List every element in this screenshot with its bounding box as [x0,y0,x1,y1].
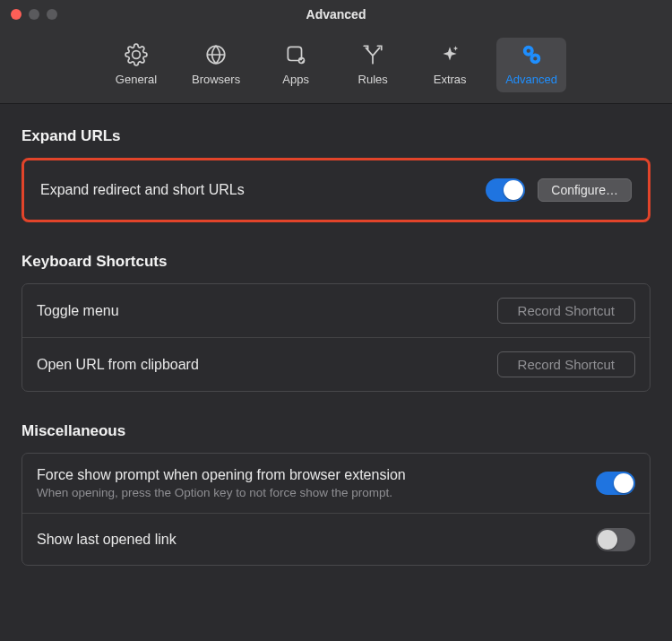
row-label: Expand redirect and short URLs [40,182,245,198]
toggle-force-show-prompt[interactable] [596,472,635,495]
minimize-window-button[interactable] [29,9,39,20]
tab-browsers[interactable]: Browsers [183,38,249,92]
row-force-show-prompt: Force show prompt when opening from brow… [22,454,650,513]
toggle-show-last-opened[interactable] [596,528,635,551]
tab-advanced[interactable]: Advanced [496,38,566,92]
row-open-url-clipboard: Open URL from clipboard Record Shortcut [22,337,650,391]
tab-label: General [116,73,157,86]
configure-button[interactable]: Configure… [538,178,632,202]
row-show-last-opened: Show last opened link [22,513,650,565]
row-label: Show last opened link [37,532,177,548]
toolbar-tabs: General Browsers Apps Rules Extras [0,29,672,104]
sparkle-icon [437,42,462,67]
tab-label: Advanced [505,73,557,86]
maximize-window-button[interactable] [47,9,57,20]
section-title-shortcuts: Keyboard Shortcuts [22,253,650,271]
row-sublabel: When opening, press the Option key to no… [37,486,406,499]
double-gear-icon [519,42,544,67]
tab-apps[interactable]: Apps [265,38,326,92]
close-window-button[interactable] [11,9,22,20]
gear-icon [124,42,149,67]
split-icon [360,42,385,67]
record-shortcut-button[interactable]: Record Shortcut [497,298,635,324]
panel-misc: Force show prompt when opening from brow… [22,453,650,566]
panel-shortcuts: Toggle menu Record Shortcut Open URL fro… [22,283,650,392]
titlebar: Advanced [0,0,672,29]
row-label: Toggle menu [37,303,119,319]
section-title-expand-urls: Expand URLs [22,127,650,145]
tab-extras[interactable]: Extras [419,38,480,92]
row-label: Open URL from clipboard [37,357,199,373]
record-shortcut-button[interactable]: Record Shortcut [497,351,635,377]
content-area: Expand URLs Expand redirect and short UR… [0,104,672,566]
highlight-expand-urls: Expand redirect and short URLs Configure… [22,158,650,222]
row-toggle-menu: Toggle menu Record Shortcut [22,284,650,337]
tab-general[interactable]: General [106,38,167,92]
tab-label: Apps [282,73,309,86]
toggle-expand-redirect[interactable] [486,178,525,202]
section-title-misc: Miscellaneous [22,422,650,440]
apps-icon [283,42,308,67]
tab-label: Browsers [192,73,240,86]
tab-label: Rules [358,73,388,86]
row-label: Force show prompt when opening from brow… [37,467,406,483]
globe-icon [203,42,228,67]
tab-label: Extras [434,73,467,86]
panel-expand-urls: Expand redirect and short URLs Configure… [26,162,646,218]
row-expand-redirect: Expand redirect and short URLs Configure… [26,162,646,218]
traffic-lights [11,9,57,20]
window-title: Advanced [306,7,366,22]
tab-rules[interactable]: Rules [342,38,403,92]
